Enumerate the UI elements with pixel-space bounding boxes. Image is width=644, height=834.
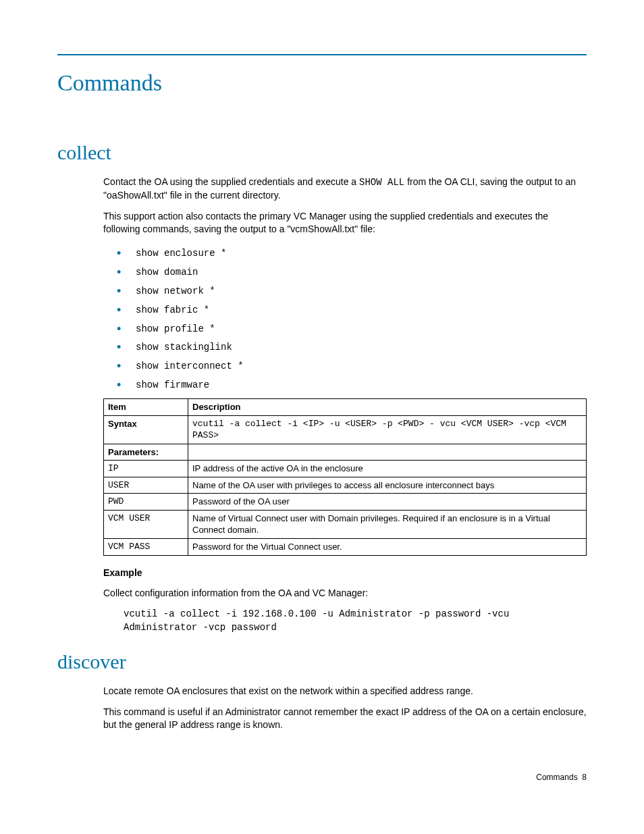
td-desc: Name of Virtual Connect user with Domain… <box>188 510 587 538</box>
section-heading-collect: collect <box>57 139 587 167</box>
collect-para1: Contact the OA using the supplied creden… <box>103 176 587 202</box>
page-title: Commands <box>57 68 587 99</box>
cmd-item: show enclosure * <box>136 248 226 259</box>
table-row: PWD Password of the OA user <box>104 494 587 511</box>
table-row: VCM USER Name of Virtual Connect user wi… <box>104 510 587 538</box>
collect-para2: This support action also contacts the pr… <box>103 210 587 236</box>
collect-para1-code: SHOW ALL <box>359 177 404 188</box>
discover-para2: This command is useful if an Administrat… <box>103 706 587 731</box>
table-row: Parameters: <box>104 444 587 461</box>
example-text: Collect configuration information from t… <box>103 587 587 600</box>
cmd-item: show firmware <box>136 380 209 390</box>
td-item: IP <box>104 461 188 477</box>
table-row: Syntax vcutil -a collect -i <IP> -u <USE… <box>104 415 587 444</box>
td-item: VCM USER <box>104 510 188 538</box>
collect-command-list: show enclosure * show domain show networ… <box>103 244 587 394</box>
table-row: IP IP address of the active OA in the en… <box>104 461 587 477</box>
footer-label: Commands <box>536 773 577 782</box>
td-desc: IP address of the active OA in the enclo… <box>188 461 587 477</box>
discover-para1: Locate remote OA enclosures that exist o… <box>103 685 587 698</box>
collect-para1-pre: Contact the OA using the supplied creden… <box>103 176 359 187</box>
td-item: PWD <box>104 494 188 511</box>
td-desc <box>188 444 587 461</box>
cmd-item: show interconnect * <box>136 361 244 371</box>
td-item: USER <box>104 477 188 494</box>
cmd-item: show domain <box>136 267 198 278</box>
td-desc: Password for the Virtual Connect user. <box>188 539 587 556</box>
table-header-row: Item Description <box>104 399 587 416</box>
cmd-item: show stackinglink <box>136 342 232 353</box>
td-desc: Password of the OA user <box>188 494 587 511</box>
example-code: vcutil -a collect -i 192.168.0.100 -u Ad… <box>124 608 587 634</box>
collect-param-table: Item Description Syntax vcutil -a collec… <box>103 398 587 555</box>
section-heading-discover: discover <box>57 648 587 676</box>
td-desc: Name of the OA user with privileges to a… <box>188 477 587 494</box>
td-item: VCM PASS <box>104 539 188 556</box>
example-code-l2: Administrator -vcp password <box>124 622 277 633</box>
discover-body: Locate remote OA enclosures that exist o… <box>103 685 587 731</box>
th-description: Description <box>188 399 587 416</box>
td-item: Parameters: <box>104 444 188 461</box>
cmd-item: show profile * <box>136 323 215 334</box>
table-row: VCM PASS Password for the Virtual Connec… <box>104 539 587 556</box>
th-item: Item <box>104 399 188 416</box>
td-desc: vcutil -a collect -i <IP> -u <USER> -p <… <box>188 415 587 444</box>
footer-page-number: 8 <box>582 773 587 782</box>
page-footer: Commands 8 <box>57 772 587 783</box>
example-label: Example <box>103 567 587 579</box>
table-row: USER Name of the OA user with privileges… <box>104 477 587 494</box>
example-code-l1: vcutil -a collect -i 192.168.0.100 -u Ad… <box>124 608 509 619</box>
cmd-item: show fabric * <box>136 305 209 315</box>
td-item: Syntax <box>104 415 188 444</box>
collect-body: Contact the OA using the supplied creden… <box>103 176 587 634</box>
cmd-item: show network * <box>136 286 215 296</box>
top-rule <box>57 54 587 55</box>
